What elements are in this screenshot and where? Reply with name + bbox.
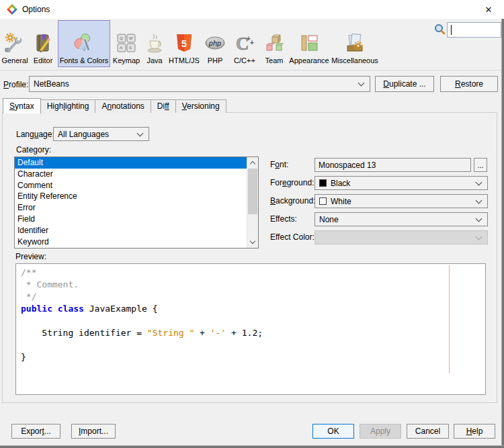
tab-versioning[interactable]: Versioning	[175, 99, 226, 113]
preview-code: /** * Comment. */ public class JavaExamp…	[21, 267, 263, 363]
toolbar-item-java[interactable]: Java	[142, 20, 167, 67]
effects-label: Effects:	[270, 214, 297, 224]
html5-icon: 5	[173, 32, 195, 54]
editor-icon	[32, 32, 54, 54]
category-toolbar: General Editor	[0, 19, 504, 71]
font-field[interactable]	[314, 158, 471, 172]
scroll-down-icon[interactable]	[247, 237, 258, 248]
title-bar: Options ✕	[0, 0, 504, 19]
toolbar-item-label: Editor	[34, 56, 53, 64]
keymap-icon: QW AS	[116, 32, 137, 54]
preview-pane: /** * Comment. */ public class JavaExamp…	[15, 263, 486, 395]
window-right-edge	[501, 19, 504, 448]
restore-button[interactable]: Restore	[440, 76, 498, 92]
toolbar-item-htmljs[interactable]: 5 HTML/JS	[167, 20, 202, 67]
php-icon: php	[204, 32, 226, 54]
apply-button: Apply	[360, 424, 401, 439]
java-coffee-icon	[144, 32, 165, 54]
list-item-comment[interactable]: Comment	[15, 180, 258, 191]
tab-highlighting[interactable]: Highlighting	[40, 99, 96, 113]
toolbar-item-miscellaneous[interactable]: Miscellaneous	[331, 20, 379, 67]
cancel-button[interactable]: Cancel	[407, 424, 449, 439]
toolbar-item-label: Keymap	[113, 56, 140, 64]
font-label: Font:	[270, 160, 288, 169]
category-label: Category:	[16, 145, 51, 154]
toolbar-item-keymap[interactable]: QW AS Keymap	[110, 20, 142, 67]
tab-diff[interactable]: Diff	[151, 99, 176, 113]
toolbar-item-cpp[interactable]: C + + C/C++	[228, 20, 261, 67]
netbeans-logo-icon	[7, 4, 17, 15]
team-cubes-icon	[263, 32, 285, 54]
language-label: Language:	[16, 130, 54, 139]
profile-value: NetBeans	[34, 79, 69, 89]
foreground-value: Black	[331, 179, 350, 188]
effects-combobox[interactable]: None	[314, 212, 488, 226]
scroll-up-icon[interactable]	[247, 157, 258, 168]
toolbar-item-php[interactable]: php PHP	[202, 20, 228, 67]
scrollbar-thumb[interactable]	[248, 169, 257, 214]
help-button[interactable]: Help	[454, 424, 495, 439]
toolbar-item-label: C/C++	[234, 56, 255, 64]
font-browse-button[interactable]: ...	[474, 158, 487, 172]
effects-value: None	[319, 215, 339, 224]
ok-button[interactable]: OK	[312, 424, 354, 439]
profile-label: Profile:	[3, 80, 28, 89]
svg-text:php: php	[208, 40, 221, 47]
svg-text:5: 5	[181, 38, 187, 49]
right-margin-line	[449, 265, 450, 373]
effect-color-label: Effect Color:	[270, 232, 314, 242]
toolbar-item-label: PHP	[208, 56, 223, 64]
tab-syntax[interactable]: Syntax	[3, 98, 41, 114]
list-item-character[interactable]: Character	[15, 169, 258, 180]
syntax-tab-panel: Language: All Languages Category: Defaul…	[2, 112, 497, 403]
duplicate-button[interactable]: Duplicate ...	[375, 76, 434, 92]
toolbar-item-label: Appearance	[289, 56, 329, 64]
toolbar-item-label: Team	[265, 56, 284, 64]
toolbar-item-label: HTML/JS	[169, 56, 200, 64]
close-icon: ✕	[485, 5, 493, 15]
options-dialog: Options ✕ General	[0, 0, 504, 448]
toolbar-item-general[interactable]: General	[1, 20, 28, 67]
background-swatch	[319, 197, 327, 205]
search-input[interactable]	[447, 22, 501, 38]
profile-combobox[interactable]: NetBeans	[29, 76, 370, 92]
general-icon	[4, 32, 26, 54]
close-button[interactable]: ✕	[473, 0, 504, 19]
svg-text:A: A	[120, 46, 122, 50]
background-value: White	[331, 197, 351, 206]
foreground-swatch	[319, 179, 327, 187]
text-caret	[451, 25, 452, 35]
list-item-identifier[interactable]: Identifier	[15, 225, 258, 236]
tab-strip: Syntax Highlighting Annotations Diff Ver…	[3, 97, 226, 113]
background-combobox[interactable]: White	[314, 194, 488, 208]
svg-text:Q: Q	[120, 36, 123, 40]
language-value: All Languages	[58, 130, 109, 139]
export-button[interactable]: Export...	[11, 424, 60, 439]
foreground-combobox[interactable]: Black	[314, 176, 488, 190]
foreground-label: Foreground:	[270, 178, 314, 187]
list-item-error[interactable]: Error	[15, 202, 258, 214]
import-button[interactable]: Import...	[71, 424, 116, 439]
window-title: Options	[22, 5, 50, 14]
toolbar-item-label: Miscellaneous	[331, 56, 378, 64]
toolbar-item-team[interactable]: Team	[261, 20, 288, 67]
window-bottom-edge	[0, 445, 504, 448]
toolbar-item-fonts-colors[interactable]: A Fonts & Colors	[58, 20, 110, 67]
tab-annotations[interactable]: Annotations	[95, 99, 151, 113]
toolbar-item-editor[interactable]: Editor	[28, 20, 58, 67]
list-item-entity-reference[interactable]: Entity Reference	[15, 191, 258, 202]
list-item-field[interactable]: Field	[15, 214, 258, 225]
toolbar-item-appearance[interactable]: Appearance	[288, 20, 331, 67]
list-item-keyword[interactable]: Keyword	[15, 236, 258, 248]
list-item-default[interactable]: Default	[15, 157, 258, 169]
preview-label: Preview:	[15, 252, 46, 261]
svg-text:A: A	[79, 36, 91, 54]
miscellaneous-icon	[344, 32, 366, 54]
category-list: Default Character Comment Entity Referen…	[14, 156, 259, 249]
svg-text:S: S	[129, 46, 132, 50]
language-combobox[interactable]: All Languages	[53, 127, 149, 141]
svg-text:W: W	[129, 36, 133, 40]
category-scrollbar[interactable]	[247, 157, 258, 248]
toolbar-item-label: Fonts & Colors	[60, 56, 109, 64]
appearance-layout-icon	[298, 32, 320, 54]
